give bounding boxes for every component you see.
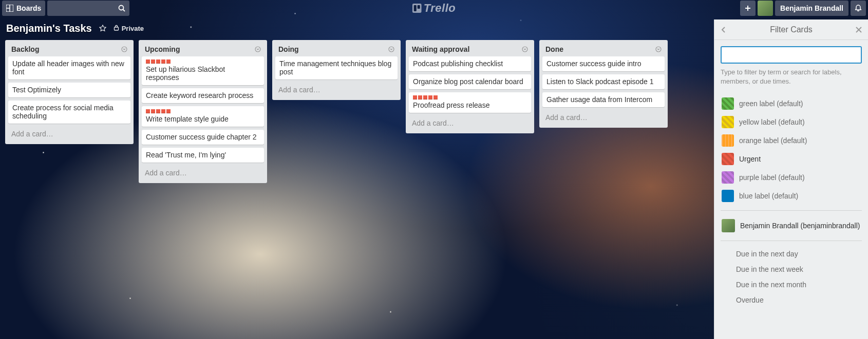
card[interactable]: Organize blog post calendar board [409,74,531,89]
filter-label-option[interactable]: Urgent [721,150,862,168]
label-urgent [423,95,427,99]
svg-line-4 [123,10,125,12]
card-title: Listen to Slack podcast episode 1 [546,77,661,86]
list-title[interactable]: Done [545,45,655,53]
filter-due-option[interactable]: Due in the next month [721,277,862,292]
card-title: Time management techniques blog post [279,59,393,76]
filter-due-option[interactable]: Overdue [721,292,862,308]
notifications-button[interactable] [851,1,866,16]
chevron-down-icon [655,46,662,52]
filter-close-button[interactable] [856,27,862,33]
filter-search-input[interactable] [721,46,862,64]
card[interactable]: Customer success guide intro [542,56,665,71]
add-card-button[interactable]: Add a card… [275,83,398,97]
chevron-down-icon [388,46,394,52]
user-menu[interactable]: Benjamin Brandall [775,1,848,16]
privacy-button[interactable]: Private [114,25,144,32]
list-title[interactable]: Backlog [11,45,121,53]
card-title: Organize blog post calendar board [413,77,527,86]
boards-icon [6,5,13,12]
user-avatar[interactable] [758,1,773,16]
board-title[interactable]: Benjamin's Tasks [6,23,92,34]
app-logo[interactable]: Trello [412,2,456,15]
list-menu-button[interactable] [121,46,127,52]
card[interactable]: Set up hilarious Slackbot responses [142,56,264,85]
filter-title: Filter Cards [770,25,813,34]
filter-due-option[interactable]: Due in the next day [721,246,862,262]
label-swatch [722,97,734,110]
filter-label-option[interactable]: blue label (default) [721,187,862,205]
add-card-button[interactable]: Add a card… [8,127,130,141]
filter-label-option[interactable]: yellow label (default) [721,113,862,131]
svg-point-11 [122,47,127,52]
trello-logo-icon [412,4,422,13]
filter-label-option[interactable]: purple label (default) [721,168,862,187]
label-name: purple label (default) [739,173,805,182]
card[interactable]: Gather usage data from Intercom [542,92,665,107]
list: Waiting approvalPodcast publishing check… [406,40,534,133]
label-swatch [722,171,734,184]
list-menu-button[interactable] [522,46,528,52]
filter-member[interactable]: Benjamin Brandall (benjaminbrandall) [721,216,862,235]
label-urgent [156,109,160,113]
topbar: Boards Trello Benjamin Brandall [0,0,868,16]
card-labels [146,59,260,64]
card-title: Podcast publishing checklist [413,59,527,68]
card[interactable]: Update all header images with new font [8,56,130,79]
plus-icon [744,5,751,12]
card-title: Update all header images with new font [12,59,126,76]
list-menu-button[interactable] [655,46,662,52]
card-title: Customer success guide chapter 2 [146,133,260,141]
card-title: Proofread press release [413,101,527,109]
star-button[interactable] [99,25,106,32]
label-name: yellow label (default) [739,118,805,126]
label-urgent [428,95,432,99]
card[interactable]: Test Optimizely [8,83,130,97]
card[interactable]: Write template style guide [142,106,264,127]
filter-header: Filter Cards [714,19,868,40]
card-title: Test Optimizely [12,86,126,94]
card[interactable]: Proofread press release [409,92,531,113]
list-title[interactable]: Upcoming [145,45,255,53]
label-urgent [156,59,160,64]
list: UpcomingSet up hilarious Slackbot respon… [139,40,267,183]
label-urgent [161,109,165,113]
boards-button[interactable]: Boards [2,1,45,16]
card[interactable]: Listen to Slack podcast episode 1 [542,74,665,89]
card[interactable]: Create process for social media scheduli… [8,101,130,124]
svg-rect-7 [418,5,420,9]
card[interactable]: Customer success guide chapter 2 [142,130,264,145]
filter-label-option[interactable]: orange label (default) [721,131,862,150]
label-swatch [722,153,734,165]
add-card-button[interactable]: Add a card… [542,110,665,125]
add-card-button[interactable]: Add a card… [142,166,264,180]
add-button[interactable] [740,1,756,16]
filter-back-button[interactable] [721,26,727,33]
label-urgent [151,109,155,113]
card[interactable]: Time management techniques blog post [275,56,398,79]
filter-label-option[interactable]: green label (default) [721,94,862,113]
card[interactable]: Read 'Trust me, I'm lying' [142,148,264,163]
label-swatch [722,190,734,202]
filter-due-option[interactable]: Due in the next week [721,262,862,277]
card-title: Create keyword research process [146,91,260,99]
boards-label: Boards [16,4,41,12]
star-icon [99,25,106,32]
label-urgent [433,95,438,99]
svg-point-12 [255,47,260,52]
label-urgent [161,59,165,64]
add-card-button[interactable]: Add a card… [409,116,531,130]
logo-text: Trello [424,2,456,15]
privacy-label: Private [122,25,144,32]
card[interactable]: Podcast publishing checklist [409,56,531,71]
list-menu-button[interactable] [388,46,394,52]
card[interactable]: Create keyword research process [142,88,264,103]
card-title: Read 'Trust me, I'm lying' [146,151,260,159]
chevron-left-icon [721,26,727,33]
search-input[interactable] [47,1,129,16]
list-menu-button[interactable] [255,46,261,52]
list-title[interactable]: Doing [278,45,388,53]
label-urgent [146,59,150,64]
list-title[interactable]: Waiting approval [412,45,522,53]
member-name: Benjamin Brandall (benjaminbrandall) [740,222,860,230]
